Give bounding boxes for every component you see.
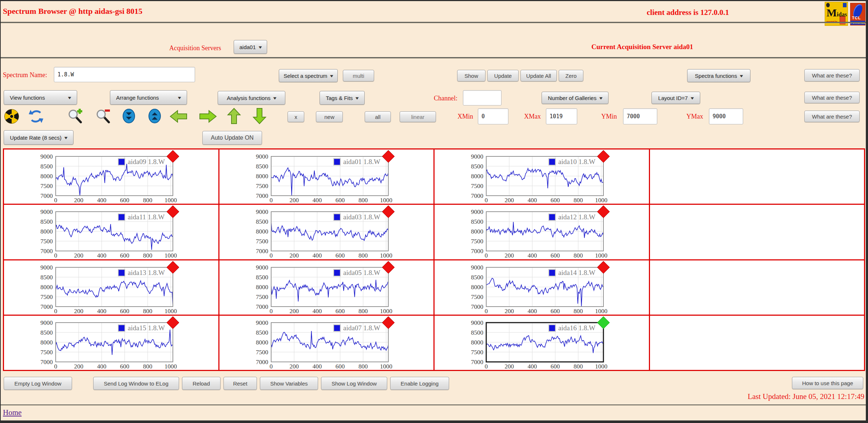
zoom-out-icon[interactable]	[95, 108, 112, 124]
spectrum-panel-aida11[interactable]: aida11 1.8.W9000850080007500700002004006…	[5, 207, 189, 261]
channel-input[interactable]	[463, 90, 502, 105]
x-tick-label: 400	[528, 363, 537, 370]
y-tick-label: 8500	[256, 329, 268, 336]
spectrum-panel-aida01[interactable]: aida01 1.8.W9000850080007500700002004006…	[220, 151, 404, 206]
panel-legend: aida01 1.8.W	[343, 158, 380, 165]
reload-button[interactable]: Reload	[182, 377, 221, 390]
all-button[interactable]: all	[365, 111, 391, 122]
x-tick-label: 600	[335, 252, 345, 259]
x-tick-label: 200	[289, 252, 299, 259]
send-log-to-elog-button[interactable]: Send Log Window to ELog	[93, 377, 179, 390]
linear-button[interactable]: linear	[400, 111, 436, 122]
spectrum-panel-aida05[interactable]: aida05 1.8.W9000850080007500700002004006…	[220, 262, 404, 317]
what-are-these-button-2[interactable]: What are these?	[804, 92, 860, 103]
spectrum-panel-aida15[interactable]: aida15 1.8.W9000850080007500700002004006…	[5, 318, 189, 372]
x-tick-label: 400	[97, 197, 107, 204]
pan-right-icon[interactable]	[199, 109, 217, 124]
zero-button[interactable]: Zero	[559, 70, 583, 81]
spectrum-panel-aida13[interactable]: aida13 1.8.W9000850080007500700002004006…	[5, 262, 189, 317]
y-tick-label: 7000	[40, 192, 53, 199]
x-tick-label: 400	[312, 252, 322, 259]
arrange-functions-dropdown[interactable]: Arrange functions▾	[110, 90, 187, 105]
status-diamond-red	[382, 150, 395, 163]
chevron-down-icon: ▾	[330, 73, 333, 79]
x-tick-label: 400	[312, 197, 322, 204]
compress-y-icon[interactable]	[122, 108, 135, 124]
show-log-window-button[interactable]: Show Log Window	[321, 377, 387, 390]
x-tick-label: 800	[358, 197, 368, 204]
ymin-label: YMin	[601, 113, 617, 120]
how-to-use-button[interactable]: How to use this page	[792, 377, 863, 389]
y-tick-label: 8000	[471, 339, 483, 346]
gallery-cell-empty	[650, 205, 864, 259]
spectrum-panel-aida03[interactable]: aida03 1.8.W9000850080007500700002004006…	[220, 207, 404, 261]
x-tick-label: 1000	[380, 363, 392, 370]
gallery-cell: aida12 1.8.W9000850080007500700002004006…	[435, 205, 649, 259]
x-tick-label: 800	[358, 252, 368, 259]
x-tick-label: 600	[335, 308, 345, 315]
view-functions-dropdown[interactable]: View functions▾	[4, 90, 77, 105]
tags-fits-dropdown[interactable]: Tags & Fits▾	[320, 91, 365, 105]
chevron-down-icon: ▾	[178, 95, 181, 100]
reset-button[interactable]: Reset	[223, 377, 257, 390]
y-tick-label: 7000	[471, 248, 483, 255]
spectrum-panel-aida14[interactable]: aida14 1.8.W9000850080007500700002004006…	[435, 262, 619, 317]
x-axis-button[interactable]: x	[288, 111, 304, 122]
y-tick-label: 8000	[471, 284, 483, 291]
x-tick-label: 600	[551, 363, 560, 370]
acquisition-server-select[interactable]: aida01 ▾	[234, 40, 267, 54]
gallery-cell-empty	[650, 149, 864, 204]
x-tick-label: 0	[485, 308, 488, 315]
update-all-button[interactable]: Update All	[520, 70, 557, 81]
enable-logging-button[interactable]: Enable Logging	[390, 377, 449, 390]
status-diamond-red	[167, 150, 179, 163]
y-tick-label: 8500	[256, 163, 268, 170]
update-rate-dropdown[interactable]: Update Rate (8 secs)▾	[4, 130, 74, 145]
spectrum-panel-aida10[interactable]: aida10 1.8.W9000850080007500700002004006…	[435, 151, 619, 206]
auto-update-button[interactable]: Auto Update ON	[202, 131, 262, 145]
spectrum-panel-aida16[interactable]: aida16 1.8.W9000850080007500700002004006…	[435, 318, 619, 372]
page-title: Spectrum Browser @ http aidas-gsi 8015	[3, 7, 142, 16]
what-are-these-button-1[interactable]: What are these?	[804, 69, 860, 81]
status-diamond-red	[167, 316, 179, 329]
y-tick-label: 9000	[256, 264, 268, 271]
x-tick-label: 600	[551, 197, 560, 204]
pan-down-icon[interactable]	[253, 108, 266, 124]
x-tick-label: 1000	[595, 197, 607, 204]
xmax-input[interactable]	[546, 108, 577, 124]
panel-legend: aida03 1.8.W	[343, 213, 380, 221]
xmin-input[interactable]	[478, 108, 508, 124]
radiation-icon[interactable]	[4, 109, 19, 124]
gallery-cell: aida01 1.8.W9000850080007500700002004006…	[219, 149, 434, 204]
spectrum-name-input[interactable]	[54, 67, 195, 82]
ymax-input[interactable]	[709, 108, 743, 124]
ymin-input[interactable]	[623, 108, 657, 124]
zoom-in-icon[interactable]	[67, 108, 84, 124]
spectrum-panel-aida12[interactable]: aida12 1.8.W9000850080007500700002004006…	[435, 207, 619, 261]
spectrum-panel-aida07[interactable]: aida07 1.8.W9000850080007500700002004006…	[220, 318, 404, 372]
show-button[interactable]: Show	[457, 70, 485, 81]
empty-log-window-button[interactable]: Empty Log Window	[4, 377, 72, 390]
x-tick-label: 800	[358, 363, 368, 370]
pan-up-icon[interactable]	[227, 108, 241, 124]
show-variables-button[interactable]: Show Variables	[260, 377, 318, 390]
analysis-functions-dropdown[interactable]: Analysis functions▾	[218, 91, 285, 105]
what-are-these-button-3[interactable]: What are these?	[804, 111, 860, 122]
x-tick-label: 600	[551, 308, 560, 315]
y-tick-label: 7500	[40, 183, 53, 189]
spectra-functions-dropdown[interactable]: Spectra functions▾	[687, 69, 750, 82]
x-tick-label: 800	[574, 197, 583, 204]
new-button[interactable]: new	[316, 111, 343, 122]
layout-id-dropdown[interactable]: Layout ID=7▾	[651, 92, 700, 104]
expand-y-icon[interactable]	[148, 108, 161, 124]
spectrum-browser-page: Spectrum Browser @ http aidas-gsi 8015 c…	[0, 0, 868, 423]
spectrum-panel-aida09[interactable]: aida09 1.8.W9000850080007500700002004006…	[5, 151, 189, 206]
number-of-galleries-dropdown[interactable]: Number of Galleries▾	[542, 92, 609, 104]
home-link[interactable]: Home	[3, 408, 21, 417]
y-tick-label: 8500	[471, 274, 483, 281]
select-spectrum-dropdown[interactable]: Select a spectrum▾	[279, 69, 338, 82]
pan-left-icon[interactable]	[170, 109, 188, 124]
refresh-icon[interactable]	[28, 109, 44, 124]
update-button[interactable]: Update	[487, 70, 519, 81]
multi-button[interactable]: multi	[343, 70, 374, 81]
